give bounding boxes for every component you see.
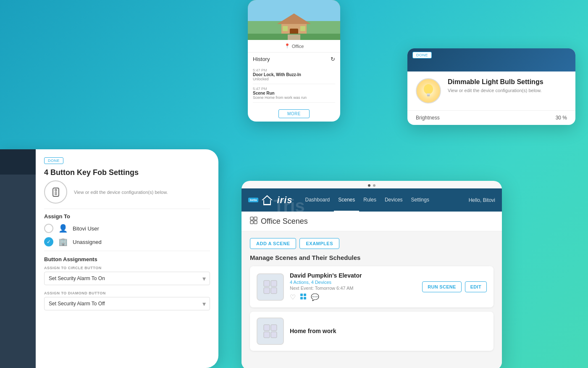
- keyfob-divider: [44, 209, 210, 209]
- iris-dashboard: beta iris Dashboard Scenes Rules Devices…: [242, 181, 502, 368]
- pagination-dots: [242, 181, 502, 188]
- scene-card-2: Home from work: [250, 312, 494, 351]
- refresh-icon[interactable]: ↻: [331, 56, 335, 62]
- keyfob-icon-row: View or edit the device configuration(s)…: [44, 180, 210, 204]
- nav-item-rules[interactable]: Rules: [359, 188, 381, 212]
- phone-card: 📍 Office History ↻ 5:47 PM Door Lock, Wi…: [248, 0, 340, 122]
- phone-history-title-row: History ↻: [253, 56, 335, 62]
- keyfob-divider-2: [44, 251, 210, 251]
- radio-bitovi[interactable]: [44, 224, 53, 233]
- svg-rect-29: [271, 288, 277, 294]
- phone-more-button-area: MORE: [248, 106, 340, 122]
- svg-rect-12: [427, 93, 430, 95]
- svg-rect-17: [55, 192, 57, 193]
- grid-icon[interactable]: [300, 293, 307, 302]
- examples-button[interactable]: EXAMPLES: [299, 238, 339, 249]
- svg-rect-25: [254, 221, 257, 224]
- scene-name-1: David Pumpkin's Elevator: [290, 272, 416, 279]
- svg-marker-21: [263, 196, 271, 204]
- section-title: Manage Scenes and Their Schedules: [250, 254, 494, 261]
- assign-bitovi-label: Bitovi User: [73, 225, 99, 232]
- iris-action-buttons: ADD A SCENE EXAMPLES: [250, 238, 494, 249]
- svg-rect-27: [271, 281, 277, 286]
- keyfob-title: 4 Button Key Fob Settings: [44, 168, 210, 177]
- brightness-value: 30 %: [556, 115, 567, 121]
- scene-actions-1: RUN SCENE EDIT: [422, 281, 487, 292]
- keyfob-device-icon: [44, 180, 67, 204]
- svg-rect-36: [264, 332, 270, 338]
- add-scene-button[interactable]: ADD A SCENE: [250, 238, 296, 249]
- svg-rect-24: [250, 221, 253, 224]
- history-title: History: [253, 56, 270, 62]
- diamond-button-select[interactable]: Set Security Alarm To Off: [44, 297, 210, 310]
- edit-button-1[interactable]: EDIT: [465, 281, 487, 292]
- dimmer-card: DONE Dimmable Light Bulb Settings View o…: [407, 48, 575, 125]
- assign-option-bitovi: 👤 Bitovi User: [44, 224, 210, 233]
- dimmer-brightness-row: Brightness 30 %: [407, 110, 575, 125]
- svg-rect-7: [283, 26, 288, 31]
- page-title: Office Scenes: [261, 217, 308, 226]
- history-event-sub: Scene Home from work was run: [253, 95, 335, 100]
- hello-greeting: Hello, Bitovi: [469, 197, 495, 203]
- iris-nav-bar: beta iris Dashboard Scenes Rules Devices…: [242, 188, 502, 212]
- svg-rect-23: [254, 217, 257, 220]
- diamond-button-select-wrapper: Set Security Alarm To Off ▾: [44, 297, 210, 310]
- heart-icon[interactable]: ♡: [290, 293, 296, 302]
- iris-body: ADD A SCENE EXAMPLES Manage Scenes and T…: [242, 231, 502, 368]
- button-assignments-label: Button Assignments: [44, 256, 210, 262]
- iris-page-header: Office Scenes: [242, 212, 502, 231]
- svg-point-11: [424, 84, 433, 94]
- history-item: 5:47 PM Door Lock, With Buzz-In Unlocked: [253, 66, 335, 84]
- brightness-label: Brightness: [416, 115, 440, 121]
- circle-button-select-wrapper: Set Security Alarm To On ▾: [44, 272, 210, 285]
- nav-item-devices[interactable]: Devices: [381, 188, 407, 212]
- svg-rect-35: [271, 325, 277, 331]
- nav-item-dashboard[interactable]: Dashboard: [301, 188, 334, 212]
- iris-logo-text: iris: [277, 195, 292, 206]
- svg-rect-19: [55, 194, 57, 195]
- history-event-title: Scene Run: [253, 91, 335, 95]
- keyfob-done-button[interactable]: DONE: [44, 157, 63, 164]
- scene-name-2: Home from work: [290, 328, 487, 334]
- history-time: 5:47 PM: [253, 68, 335, 72]
- nav-item-scenes[interactable]: Scenes: [334, 188, 359, 212]
- history-event-sub: Unlocked: [253, 77, 335, 81]
- dot-2: [373, 184, 375, 187]
- history-item: 5:47 PM Scene Run Scene Home from work w…: [253, 84, 335, 103]
- scene-info-2: Home from work: [290, 328, 487, 335]
- svg-rect-34: [264, 325, 270, 331]
- more-button[interactable]: MORE: [278, 109, 310, 118]
- svg-point-16: [55, 189, 57, 191]
- run-scene-button-1[interactable]: RUN SCENE: [422, 281, 462, 292]
- scene-info-1: David Pumpkin's Elevator 4 Actions, 4 De…: [290, 272, 416, 302]
- scene-icon-buttons-1: ♡ 💬: [290, 293, 416, 302]
- keyfob-description: View or edit the device configuration(s)…: [74, 190, 168, 195]
- nav-item-settings[interactable]: Settings: [407, 188, 433, 212]
- building-icon: 🏢: [58, 237, 68, 246]
- diamond-button-label: ASSIGN TO DIAMOND BUTTON: [44, 291, 210, 295]
- svg-rect-33: [304, 297, 306, 299]
- svg-rect-13: [427, 95, 430, 95]
- phone-house-image: [248, 0, 340, 40]
- dimmer-text-area: Dimmable Light Bulb Settings View or edi…: [448, 78, 543, 94]
- dot-1: [368, 184, 370, 187]
- assign-option-unassigned: 🏢 Unassigned: [44, 237, 210, 246]
- dimmer-card-header: DONE: [407, 48, 575, 71]
- svg-rect-30: [300, 294, 303, 296]
- dimmer-card-body: Dimmable Light Bulb Settings View or edi…: [407, 71, 575, 110]
- assign-to-label: Assign To: [44, 213, 210, 220]
- scene-card-1: David Pumpkin's Elevator 4 Actions, 4 De…: [250, 266, 494, 307]
- phone-history-section: History ↻ 5:47 PM Door Lock, With Buzz-I…: [248, 53, 340, 106]
- dimmer-done-button[interactable]: DONE: [412, 52, 432, 58]
- svg-rect-26: [264, 281, 270, 286]
- chat-icon[interactable]: 💬: [311, 293, 319, 302]
- dimmer-description: View or edit the device configuration(s)…: [448, 87, 543, 94]
- location-pin-icon: 📍: [284, 43, 290, 49]
- circle-button-select[interactable]: Set Security Alarm To On: [44, 272, 210, 285]
- sidebar-top-bar: [0, 149, 36, 175]
- iris-logo-area: beta iris: [248, 194, 292, 206]
- svg-rect-8: [300, 26, 305, 31]
- scene-meta-1: 4 Actions, 4 Devices: [290, 280, 416, 285]
- radio-unassigned[interactable]: [44, 237, 53, 246]
- person-icon: 👤: [58, 224, 68, 233]
